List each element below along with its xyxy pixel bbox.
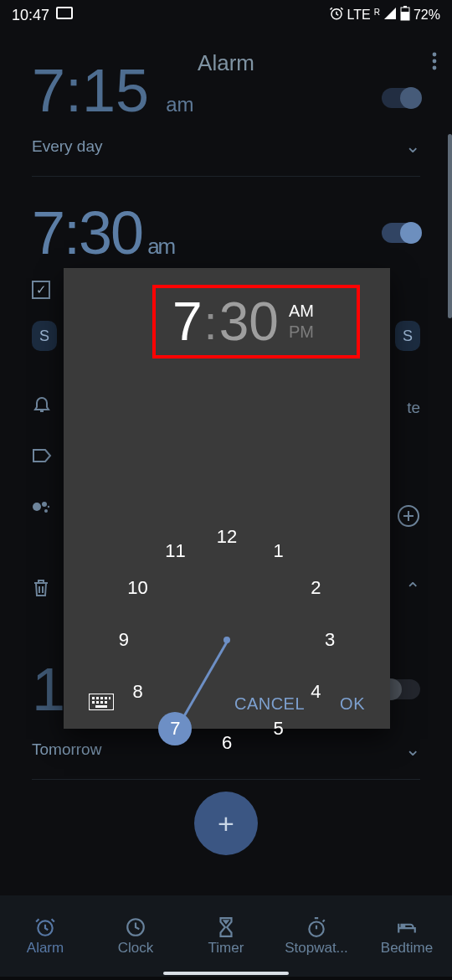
svg-point-11	[44, 509, 48, 513]
hour-5[interactable]: 5	[262, 712, 295, 745]
nav-indicator	[163, 972, 289, 975]
add-alarm-fab[interactable]: +	[194, 792, 258, 855]
alarm-time: 1	[32, 656, 64, 723]
alarm-toggle[interactable]	[382, 88, 420, 108]
cancel-button[interactable]: CANCEL	[234, 694, 305, 714]
hour-11[interactable]: 11	[158, 534, 192, 568]
hour-3[interactable]: 3	[313, 623, 347, 657]
alarm-row[interactable]: 7:30am	[32, 199, 420, 267]
alarm-icon	[329, 6, 344, 24]
svg-rect-16	[96, 697, 99, 699]
clock-icon	[125, 916, 146, 938]
ok-button[interactable]: OK	[340, 694, 365, 714]
svg-rect-0	[57, 8, 72, 18]
status-bar: 10:47 LTE R 72%	[0, 0, 452, 30]
hour-1[interactable]: 1	[262, 534, 295, 568]
caret-up-icon[interactable]: ⌃	[405, 579, 420, 601]
hour-6[interactable]: 6	[210, 726, 244, 760]
svg-point-6	[433, 53, 437, 57]
hour-7[interactable]: 7	[158, 712, 192, 745]
svg-point-10	[42, 502, 47, 507]
alarm-time: 7:15	[32, 57, 149, 124]
nav-bedtime[interactable]: Bedtime	[362, 895, 452, 977]
clock-pivot	[223, 637, 230, 643]
alarm-ampm: am	[166, 93, 193, 116]
bottom-nav: Alarm Clock Timer Stopwat... Bedtime	[0, 895, 452, 980]
svg-rect-18	[105, 697, 107, 699]
nav-alarm[interactable]: Alarm	[0, 895, 90, 977]
network-label: LTE	[347, 8, 371, 23]
svg-point-27	[309, 921, 323, 936]
alarm-row[interactable]: 7:15 am	[32, 75, 420, 121]
chevron-down-icon[interactable]: ⌄	[405, 739, 420, 761]
battery-label: 72%	[413, 8, 440, 23]
tag-icon[interactable]	[32, 447, 52, 467]
keyboard-icon[interactable]	[89, 694, 114, 714]
cast-icon	[56, 7, 73, 24]
svg-rect-24	[95, 705, 107, 708]
svg-rect-4	[401, 12, 409, 20]
hourglass-icon	[215, 916, 237, 938]
alarm-toggle[interactable]	[382, 223, 420, 243]
svg-point-28	[402, 925, 404, 927]
nav-label: Clock	[118, 940, 154, 957]
am-button[interactable]: AM	[289, 301, 314, 322]
svg-point-12	[48, 506, 49, 508]
signal-icon	[383, 7, 397, 23]
battery-icon	[400, 6, 410, 24]
menu-icon[interactable]	[432, 52, 437, 74]
svg-rect-19	[109, 697, 110, 699]
svg-rect-22	[100, 701, 103, 704]
nav-label: Bedtime	[381, 940, 433, 957]
nav-timer[interactable]: Timer	[181, 895, 271, 977]
nav-clock[interactable]: Clock	[90, 895, 181, 977]
svg-rect-20	[92, 701, 95, 704]
hour-2[interactable]: 2	[299, 571, 332, 605]
svg-rect-23	[105, 701, 107, 704]
status-time: 10:47	[12, 7, 49, 24]
alarm-icon	[34, 916, 56, 938]
day-chip[interactable]: S	[32, 321, 57, 351]
hour-10[interactable]: 10	[121, 571, 155, 605]
analog-clock[interactable]: 12 1 2 3 4 5 6 7 8 9 10 11	[110, 523, 344, 757]
schedule-label: Every day	[32, 137, 102, 156]
scrollbar[interactable]	[448, 134, 452, 318]
svg-rect-17	[100, 697, 103, 699]
trash-icon[interactable]	[32, 578, 50, 601]
svg-point-7	[433, 59, 437, 64]
alarm-ampm: am	[147, 234, 174, 259]
schedule-row[interactable]: Every day ⌄	[32, 136, 420, 177]
pm-button[interactable]: PM	[289, 322, 314, 343]
plus-icon: +	[218, 807, 234, 840]
svg-rect-21	[96, 701, 99, 704]
alarm-time: 7:30	[32, 199, 142, 266]
svg-rect-5	[403, 6, 407, 8]
svg-rect-15	[92, 697, 95, 699]
bell-icon[interactable]	[32, 394, 52, 417]
page-title: Alarm	[198, 50, 254, 76]
stopwatch-icon	[306, 916, 327, 938]
time-display: 7 : 30 AM PM	[152, 285, 360, 358]
nav-stopwatch[interactable]: Stopwat...	[271, 895, 362, 977]
hour-9[interactable]: 9	[107, 623, 141, 657]
svg-point-9	[33, 503, 41, 511]
checkbox[interactable]: ✓	[32, 281, 50, 299]
svg-point-8	[433, 66, 437, 70]
assistant-icon[interactable]	[32, 498, 52, 519]
add-circle-icon[interactable]	[397, 504, 420, 531]
nav-label: Timer	[208, 940, 244, 957]
schedule-label: Tomorrow	[32, 740, 101, 759]
day-chip[interactable]: S	[395, 321, 420, 351]
roaming-label: R	[374, 8, 380, 17]
sound-suffix: te	[407, 399, 420, 417]
hour-value[interactable]: 7	[172, 291, 203, 353]
alarm-options	[32, 394, 52, 519]
nav-label: Stopwat...	[285, 940, 348, 957]
bed-icon	[396, 916, 418, 938]
nav-label: Alarm	[27, 940, 64, 957]
hour-12[interactable]: 12	[210, 520, 244, 554]
dialog-actions: CANCEL OK	[64, 694, 390, 714]
chevron-down-icon[interactable]: ⌄	[405, 136, 420, 157]
time-colon: :	[204, 294, 218, 350]
minute-value[interactable]: 30	[219, 291, 279, 353]
